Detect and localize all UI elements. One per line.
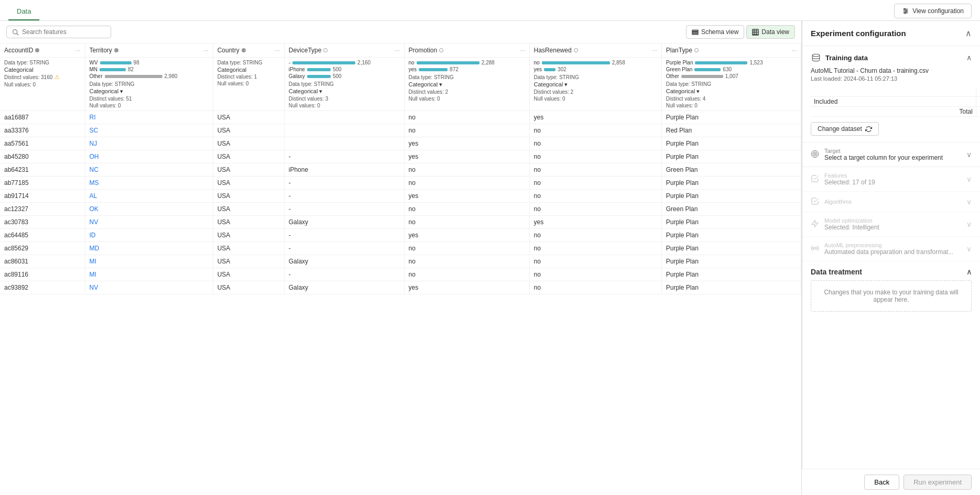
col-plantype-label: PlanType <box>666 47 692 54</box>
model-opt-value: Selected: Intelligent <box>824 224 879 231</box>
features-value: Selected: 17 of 19 <box>824 179 875 186</box>
top-tabs: Data View configuration <box>0 0 980 21</box>
data-toolbar: Schema view Data view <box>0 21 801 43</box>
devicetype-category[interactable]: Categorical ▾ <box>289 88 400 95</box>
app-container: Data View configuration <box>0 0 980 495</box>
promotion-bar-yes: yes 872 <box>409 67 525 72</box>
territory-nulls: Null values: 0 <box>90 103 209 108</box>
col-promotion: Promotion ··· <box>404 43 529 58</box>
col-country: Country ··· <box>213 43 284 58</box>
data-view-button[interactable]: Data view <box>746 25 795 39</box>
svg-point-18 <box>811 150 818 157</box>
refresh-icon <box>865 126 872 133</box>
dataset-name: AutoML Tutorial - Churn data - training.… <box>811 67 972 74</box>
col-territory: Territory ··· <box>85 43 213 58</box>
territory-bars: WV 98 MN 82 <box>90 60 209 79</box>
config-title: Experiment configuration <box>811 29 906 38</box>
target-value: Select a target column for your experime… <box>824 154 943 161</box>
change-dataset-button[interactable]: Change dataset <box>811 122 879 136</box>
table-row: ac93892 NV USA Galaxy yes no Purple Plan <box>0 281 801 294</box>
hasrenewed-bar-yes: yes 302 <box>534 67 657 72</box>
promotion-datatype: Data type: STRING <box>409 74 525 80</box>
target-label: Target <box>824 148 943 154</box>
table-row: ac89116 MI USA - no no Purple Plan <box>0 268 801 281</box>
col-hasrenewed-menu[interactable]: ··· <box>652 47 657 53</box>
features-section: Features Selected: 17 of 19 ∨ <box>802 167 980 192</box>
data-treatment-toggle[interactable]: ∧ <box>966 268 972 276</box>
target-section[interactable]: Target Select a target column for your e… <box>802 142 980 167</box>
table-icon <box>752 29 759 36</box>
col-hasrenewed-label: HasRenewed <box>534 47 572 54</box>
automl-value: Automated data preparation and transform… <box>824 248 953 256</box>
plantype-bars: Purple Plan 1,523 Green Plan 630 <box>666 60 797 79</box>
stats-plantype: Purple Plan 1,523 Green Plan 630 <box>661 58 801 111</box>
svg-line-7 <box>17 33 18 35</box>
col-territory-menu[interactable]: ··· <box>203 47 208 53</box>
col-country-dot <box>242 48 246 52</box>
tab-data[interactable]: Data <box>8 3 39 20</box>
devicetype-datatype: Data type: STRING <box>289 81 400 87</box>
training-data-title: Training data <box>825 54 868 62</box>
svg-point-19 <box>813 152 817 156</box>
schema-view-button[interactable]: Schema view <box>686 25 744 39</box>
view-config-label: View configuration <box>912 7 964 15</box>
col-territory-dot <box>114 48 118 52</box>
training-data-toggle[interactable]: ∧ <box>966 53 972 62</box>
stats-devicetype: - 2,160 iPhone 500 <box>284 58 404 111</box>
search-input[interactable] <box>22 28 101 36</box>
sliders-icon <box>902 7 909 15</box>
plantype-nulls: Null values: 0 <box>666 103 797 108</box>
algorithms-chevron: ∨ <box>966 197 972 206</box>
promotion-nulls: Null values: 0 <box>409 96 525 102</box>
col-promotion-menu[interactable]: ··· <box>520 47 525 53</box>
stats-country: Data type: STRING Categorical Distinct v… <box>213 58 284 111</box>
automl-label: AutoML preprocessing <box>824 242 953 248</box>
accountid-category: Categorical <box>4 67 34 73</box>
devicetype-bars: - 2,160 iPhone 500 <box>289 60 400 79</box>
automl-icon <box>811 244 820 254</box>
plantype-bar-purple: Purple Plan 1,523 <box>666 60 797 65</box>
col-territory-label: Territory <box>90 47 112 54</box>
col-plantype-menu[interactable]: ··· <box>792 47 797 53</box>
col-accountid-menu[interactable]: ··· <box>75 47 80 53</box>
territory-bar-wv: WV 98 <box>90 60 209 65</box>
change-dataset-label: Change dataset <box>818 125 862 133</box>
features-icon <box>811 174 820 184</box>
territory-datatype: Data type: STRING <box>90 81 209 87</box>
country-nulls: Null values: 0 <box>217 81 280 86</box>
devicetype-bar-none: - 2,160 <box>289 60 400 65</box>
data-treatment-section: Data treatment ∧ Changes that you make t… <box>802 261 980 318</box>
territory-category[interactable]: Categorical ▾ <box>90 88 124 95</box>
view-configuration-button[interactable]: View configuration <box>894 4 972 18</box>
bottom-bar: Back Run experiment <box>802 469 980 495</box>
col-hasrenewed-dot <box>574 48 578 52</box>
model-opt-chevron: ∨ <box>966 220 972 228</box>
table-row: ab91714 AL USA - yes no Purple Plan <box>0 190 801 203</box>
svg-point-3 <box>904 8 906 10</box>
promotion-bar-no: no 2,288 <box>409 60 525 65</box>
stats-row: Data type: STRING Categorical Distinct v… <box>0 58 801 111</box>
svg-point-22 <box>814 247 816 249</box>
col-country-menu[interactable]: ··· <box>275 47 280 53</box>
config-collapse-button[interactable]: ∧ <box>965 28 972 38</box>
training-stats-table: Cells Columns Rows Included 53,720 17 3,… <box>811 87 980 117</box>
hasrenewed-category[interactable]: Categorical ▾ <box>534 81 657 88</box>
config-panel: Experiment configuration ∧ <box>802 21 980 495</box>
col-devicetype-menu[interactable]: ··· <box>395 47 399 53</box>
devicetype-bar-galaxy: Galaxy 500 <box>289 73 400 79</box>
search-icon <box>12 29 19 36</box>
schema-view-label: Schema view <box>701 28 738 36</box>
plantype-category[interactable]: Categorical ▾ <box>666 88 797 95</box>
devicetype-bar-iphone: iPhone 500 <box>289 67 400 72</box>
algorithms-icon <box>811 197 820 206</box>
features-chevron: ∨ <box>966 175 972 183</box>
table-row: ac30783 NV USA Galaxy no yes Purple Plan <box>0 216 801 229</box>
back-button[interactable]: Back <box>864 475 899 490</box>
run-experiment-button[interactable]: Run experiment <box>903 475 972 490</box>
target-icon <box>811 150 820 159</box>
promotion-category[interactable]: Categorical ▾ <box>409 81 525 88</box>
col-plantype-dot <box>694 48 699 52</box>
search-box[interactable] <box>6 26 111 38</box>
col-devicetype: DeviceType ··· <box>284 43 404 58</box>
col-country-label: Country <box>217 47 239 54</box>
